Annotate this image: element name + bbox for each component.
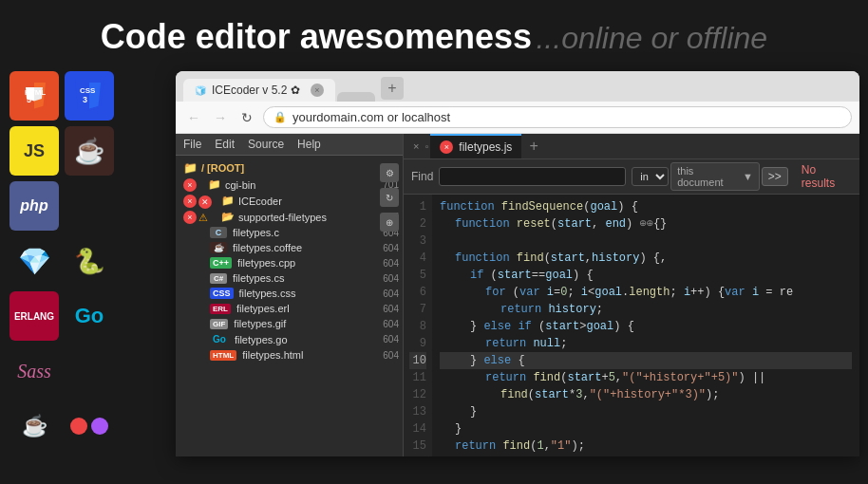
file-size: 604: [383, 273, 399, 284]
file-size: 604: [383, 319, 399, 329]
filename: filetypes.cpp: [237, 257, 295, 269]
code-line: function find(start,history) {,: [440, 250, 852, 267]
erlang-logo: ERLANG: [9, 291, 59, 341]
browser-chrome: 🧊 ICEcoder v 5.2 ✿ × +: [176, 71, 859, 102]
code-line: find(start*3,"("+history+"*3)");: [440, 386, 852, 403]
code-line: if (start==goal) {: [440, 267, 852, 284]
filename: filetypes.cs: [233, 272, 284, 284]
list-item[interactable]: × ⚠ 📂 supported-filetypes 755: [176, 209, 403, 225]
find-scope-this-document[interactable]: this document ▼: [670, 162, 760, 191]
filename: supported-filetypes: [238, 212, 327, 223]
tab-close-x[interactable]: ×: [409, 135, 423, 158]
filename: filetypes.coffee: [233, 242, 302, 253]
code-area[interactable]: 1 2 3 4 5 6 7 8 9 10 11 12 13 14 15 16: [404, 195, 859, 456]
sass-logo: Sass: [9, 346, 59, 396]
code-line: [440, 233, 852, 250]
find-in-select[interactable]: in: [632, 167, 669, 186]
browser-tab-title: ICEcoder v 5.2 ✿: [212, 84, 300, 97]
file-type-badge: Go: [210, 333, 229, 345]
ide-content: File Edit Source Help 📁 / [ROOT] 🔒 × 📁 c…: [176, 134, 859, 456]
code-line: return find(start+5,"("+history+"+5)") |…: [440, 369, 852, 386]
file-type-badge: C: [210, 227, 227, 238]
coffee-logo: ☕: [65, 126, 114, 176]
tech-logos: HTML5 CSS3 JS ☕ php 💎 🐍 ERLANG Go Sass: [9, 71, 114, 451]
file-type-badge: ERL: [210, 304, 231, 314]
filename: filetypes.erl: [236, 303, 290, 314]
file-type-badge: GIF: [210, 319, 228, 329]
delete-icon[interactable]: ×: [183, 195, 197, 208]
filename: filetypes.css: [239, 288, 296, 299]
delete-icon[interactable]: ×: [183, 178, 197, 192]
file-type-badge: CSS: [210, 288, 234, 299]
menu-file[interactable]: File: [183, 138, 201, 151]
chevron-down-icon: ▼: [743, 171, 753, 182]
file-type-badge: ☕: [210, 242, 227, 253]
menu-edit[interactable]: Edit: [215, 138, 235, 151]
filename: filetypes.html: [242, 349, 303, 361]
folder-icon: 📁: [208, 178, 221, 191]
browser-tab-inactive[interactable]: [337, 92, 375, 102]
address-bar[interactable]: 🔒 yourdomain.com or localhost: [263, 106, 852, 128]
filename: cgi-bin: [225, 179, 255, 191]
code-line: }: [440, 403, 852, 420]
editor-tabs: × ◦ × filetypes.js +: [404, 134, 859, 159]
list-item[interactable]: ☕ filetypes.coffee 604: [176, 240, 403, 255]
list-item[interactable]: GIF filetypes.gif 604: [176, 316, 403, 331]
list-item[interactable]: ERL filetypes.erl 604: [176, 301, 403, 316]
browser-tab-active[interactable]: 🧊 ICEcoder v 5.2 ✿ ×: [183, 79, 335, 102]
root-label: / [ROOT]: [201, 162, 244, 174]
editor-tab-filetypes-js[interactable]: × filetypes.js: [430, 134, 521, 158]
code-lines: function findSequence(goal) { function r…: [432, 195, 859, 456]
tab-pin[interactable]: ◦: [423, 135, 430, 158]
side-icons: ⚙ ↻ ⊕: [376, 156, 403, 239]
browser-tab-close[interactable]: ×: [311, 84, 324, 97]
back-button[interactable]: ←: [183, 107, 204, 128]
tab-close-red[interactable]: ×: [440, 140, 453, 154]
code-line-highlighted: } else {: [440, 352, 852, 369]
list-item[interactable]: C# filetypes.cs 604: [176, 270, 403, 286]
folder-icon: 📁: [183, 161, 198, 175]
go-logo: Go: [65, 291, 114, 341]
list-item[interactable]: C filetypes.c 604: [176, 225, 403, 240]
line-numbers: 1 2 3 4 5 6 7 8 9 10 11 12 13 14 15 16: [404, 195, 432, 456]
file-type-badge: C#: [210, 273, 227, 284]
file-size: 604: [383, 304, 399, 314]
reload-button[interactable]: ↻: [236, 107, 257, 128]
code-line: function findSequence(goal) {: [440, 198, 852, 215]
code-line: return history;: [440, 301, 852, 318]
find-label: Find: [411, 170, 433, 183]
find-next-button[interactable]: >>: [762, 167, 788, 186]
svg-text:5: 5: [27, 95, 31, 104]
file-size: 604: [383, 334, 399, 344]
find-input[interactable]: [439, 167, 626, 186]
file-size: 604: [383, 289, 399, 299]
new-tab-editor-button[interactable]: +: [521, 134, 545, 158]
delete-icon[interactable]: ×: [183, 211, 197, 224]
menu-source[interactable]: Source: [248, 138, 284, 151]
list-item[interactable]: × ✕ 📁 ICEcoder 755: [176, 193, 403, 209]
new-tab-button[interactable]: +: [381, 77, 404, 100]
menubar: File Edit Source Help: [176, 134, 403, 156]
php-logo: php: [9, 181, 59, 231]
side-icon-3[interactable]: ⊕: [380, 213, 399, 232]
page-title: Code editor awesomeness: [101, 17, 532, 56]
forward-button[interactable]: →: [210, 107, 231, 128]
list-item[interactable]: C++ filetypes.cpp 604: [176, 255, 403, 270]
side-icon-1[interactable]: ⚙: [380, 163, 399, 182]
code-line: }: [440, 455, 852, 456]
file-size: 604: [383, 258, 399, 269]
menu-help[interactable]: Help: [297, 138, 321, 151]
list-item[interactable]: × 📁 cgi-bin 701: [176, 177, 403, 193]
folder-icon: 📂: [221, 211, 235, 223]
code-line: for (var i=0; i<goal.length; i++) {var i…: [440, 284, 852, 301]
filename: ICEcoder: [238, 195, 282, 207]
svg-text:3: 3: [83, 95, 87, 104]
address-icon: 🔒: [274, 111, 287, 123]
code-line: }: [440, 420, 852, 437]
file-tree-content: 📁 / [ROOT] 🔒 × 📁 cgi-bin 701 × ✕ 📁 ICEco…: [176, 156, 403, 366]
list-item[interactable]: HTML filetypes.html 604: [176, 347, 403, 363]
file-tree-root[interactable]: 📁 / [ROOT] 🔒: [176, 159, 403, 177]
side-icon-2[interactable]: ↻: [380, 188, 399, 207]
list-item[interactable]: Go filetypes.go 604: [176, 331, 403, 347]
list-item[interactable]: CSS filetypes.css 604: [176, 286, 403, 301]
